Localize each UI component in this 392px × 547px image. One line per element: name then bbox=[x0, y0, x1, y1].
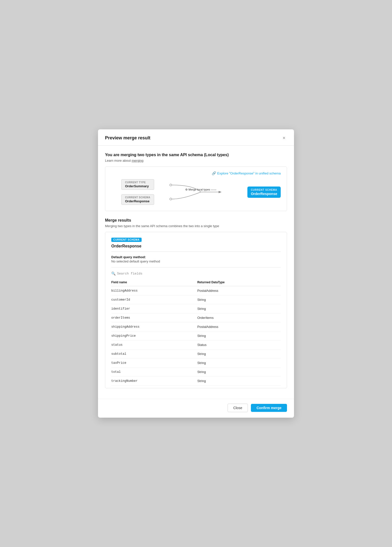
fields-table: Field name Returned DataType billingAddr… bbox=[111, 279, 281, 386]
merge-results-desc: Merging two types in the same API schema… bbox=[105, 224, 287, 228]
learn-more-text: Learn more about merging bbox=[105, 159, 287, 162]
table-row: trackingNumberString bbox=[111, 377, 281, 386]
datatype-cell: String bbox=[197, 358, 281, 368]
col-field-name: Field name bbox=[111, 279, 197, 286]
datatype-cell: String bbox=[197, 377, 281, 386]
result-card: CURRENT SCHEMA OrderResponse Default que… bbox=[105, 232, 287, 388]
result-type-name: OrderResponse bbox=[111, 244, 281, 252]
svg-point-1 bbox=[170, 198, 172, 200]
close-button[interactable]: × bbox=[281, 135, 287, 141]
search-row: 🔍 Search fields bbox=[111, 271, 281, 276]
default-query-label: Default query method: bbox=[111, 255, 281, 259]
datatype-cell: PostalAddress bbox=[197, 322, 281, 331]
merge-results-section: Merge results Merging two types in the s… bbox=[105, 218, 287, 388]
intro-heading: You are merging two types in the same AP… bbox=[105, 153, 287, 157]
diagram-svg: ⚙ Merge local types —— bbox=[154, 179, 247, 205]
field-name-cell: orderItems bbox=[111, 313, 197, 322]
preview-merge-modal: Preview merge result × You are merging t… bbox=[98, 129, 294, 418]
default-query-value: No selected default query method bbox=[111, 259, 281, 263]
field-name-cell: shippingAddress bbox=[111, 322, 197, 331]
merge-results-title: Merge results bbox=[105, 218, 287, 223]
search-icon: 🔍 bbox=[111, 271, 116, 276]
field-name-cell: identifier bbox=[111, 304, 197, 313]
table-row: subtotalString bbox=[111, 349, 281, 358]
current-schema-badge: CURRENT SCHEMA bbox=[111, 238, 142, 242]
confirm-merge-button[interactable]: Confirm merge bbox=[251, 404, 287, 412]
type-boxes: CURRENT TYPE OrderSummary CURRENT SCHEMA… bbox=[121, 179, 154, 205]
default-query-section: Default query method: No selected defaul… bbox=[111, 255, 281, 267]
current-schema-box: CURRENT SCHEMA OrderResponse bbox=[121, 194, 154, 205]
field-name-cell: subtotal bbox=[111, 349, 197, 358]
datatype-cell: String bbox=[197, 349, 281, 358]
close-footer-button[interactable]: Close bbox=[228, 404, 248, 412]
modal-title: Preview merge result bbox=[105, 135, 150, 141]
field-name-cell: trackingNumber bbox=[111, 377, 197, 386]
table-row: identifierString bbox=[111, 304, 281, 313]
table-row: totalString bbox=[111, 368, 281, 377]
datatype-cell: Status bbox=[197, 340, 281, 349]
field-name-cell: taxPrice bbox=[111, 358, 197, 368]
table-row: billingAddressPostalAddress bbox=[111, 286, 281, 295]
svg-text:⚙ Merge local types ——: ⚙ Merge local types —— bbox=[185, 188, 216, 191]
result-box: CURRENT SCHEMA OrderResponse bbox=[247, 187, 281, 198]
col-returned-datatype: Returned DataType bbox=[197, 279, 281, 286]
datatype-cell: PostalAddress bbox=[197, 286, 281, 295]
table-row: shippingAddressPostalAddress bbox=[111, 322, 281, 331]
datatype-cell: String bbox=[197, 368, 281, 377]
datatype-cell: String bbox=[197, 304, 281, 313]
datatype-cell: String bbox=[197, 295, 281, 304]
link-icon: 🔗 bbox=[212, 171, 216, 175]
search-label: Search fields bbox=[117, 272, 142, 276]
field-name-cell: billingAddress bbox=[111, 286, 197, 295]
modal-body: You are merging two types in the same AP… bbox=[98, 146, 294, 399]
datatype-cell: OrderItems bbox=[197, 313, 281, 322]
current-type-box: CURRENT TYPE OrderSummary bbox=[121, 179, 154, 190]
field-name-cell: status bbox=[111, 340, 197, 349]
field-name-cell: shippingPrice bbox=[111, 331, 197, 340]
table-row: orderItemsOrderItems bbox=[111, 313, 281, 322]
table-row: shippingPriceString bbox=[111, 331, 281, 340]
diagram-inner: CURRENT TYPE OrderSummary CURRENT SCHEMA… bbox=[111, 179, 281, 205]
field-name-cell: customerId bbox=[111, 295, 197, 304]
table-row: customerIdString bbox=[111, 295, 281, 304]
merging-link[interactable]: merging bbox=[132, 159, 143, 162]
svg-point-0 bbox=[170, 184, 172, 186]
datatype-cell: String bbox=[197, 331, 281, 340]
table-row: statusStatus bbox=[111, 340, 281, 349]
explore-link[interactable]: 🔗 Explore "OrderResponse" in unified sch… bbox=[212, 171, 281, 175]
field-name-cell: total bbox=[111, 368, 197, 377]
modal-header: Preview merge result × bbox=[98, 129, 294, 146]
explore-link-row: 🔗 Explore "OrderResponse" in unified sch… bbox=[111, 171, 281, 175]
modal-footer: Close Confirm merge bbox=[98, 399, 294, 418]
diagram-box: 🔗 Explore "OrderResponse" in unified sch… bbox=[105, 166, 287, 211]
intro-section: You are merging two types in the same AP… bbox=[105, 153, 287, 162]
table-row: taxPriceString bbox=[111, 358, 281, 368]
